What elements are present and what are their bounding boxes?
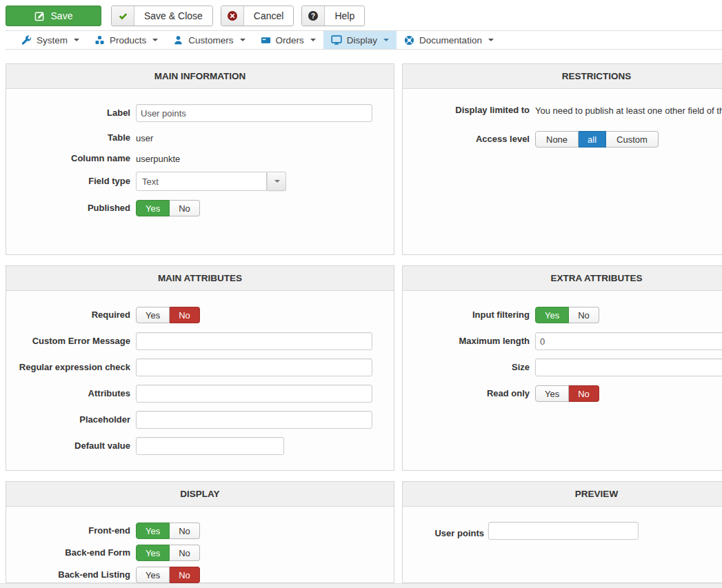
- size-input[interactable]: [535, 358, 722, 376]
- help-button[interactable]: ? Help: [301, 6, 365, 26]
- label-field-label: Label: [14, 107, 136, 119]
- chevron-down-icon: [152, 39, 158, 41]
- placeholder-input[interactable]: [136, 411, 372, 429]
- custom-error-message-input[interactable]: [136, 332, 372, 350]
- menu-item-label: System: [37, 35, 68, 45]
- front-end-no-button[interactable]: No: [170, 523, 200, 539]
- read-only-yes-button[interactable]: Yes: [535, 385, 569, 402]
- pencil-square-icon: [34, 11, 45, 21]
- save-button[interactable]: Save: [6, 6, 101, 26]
- label-input[interactable]: [136, 104, 372, 122]
- content-area: MAIN INFORMATION Label Table user Column…: [0, 50, 722, 583]
- menu-item-label: Products: [110, 35, 146, 45]
- input-filtering-label: Input filtering: [411, 309, 535, 321]
- field-type-select[interactable]: Text: [136, 172, 286, 191]
- front-end-toggle: Yes No: [136, 523, 200, 539]
- maximum-length-label: Maximum length: [411, 335, 535, 347]
- menu-item-label: Customers: [188, 35, 233, 45]
- custom-error-message-label: Custom Error Message: [14, 335, 136, 347]
- menu-item-documentation[interactable]: Documentation: [397, 31, 501, 49]
- save-close-button-label: Save & Close: [134, 6, 212, 26]
- read-only-no-button[interactable]: No: [569, 385, 599, 402]
- lifebuoy-icon: [404, 35, 414, 45]
- panel-display: DISPLAY Front-end Yes No Back-end Form Y…: [6, 481, 394, 583]
- menu-item-display[interactable]: Display: [323, 31, 397, 49]
- menu-item-products[interactable]: Products: [87, 31, 166, 49]
- main-menu: System Products Customers Orders Display: [6, 30, 722, 50]
- published-no-button[interactable]: No: [170, 200, 200, 216]
- panel-title: RESTRICTIONS: [403, 64, 722, 89]
- chevron-down-icon: [310, 39, 316, 41]
- required-toggle: Yes No: [136, 307, 200, 323]
- display-limited-to-label: Display limited to: [411, 104, 535, 116]
- access-level-custom-button[interactable]: Custom: [606, 131, 659, 148]
- front-end-label: Front-end: [14, 525, 136, 537]
- published-label: Published: [14, 202, 136, 214]
- panel-main-attributes: MAIN ATTRIBUTES Required Yes No Custom E…: [6, 265, 394, 471]
- access-level-none-button[interactable]: None: [535, 131, 579, 148]
- menu-item-label: Orders: [276, 35, 304, 45]
- access-level-label: Access level: [411, 133, 535, 145]
- required-label: Required: [14, 309, 136, 321]
- help-circle-icon: ?: [302, 6, 325, 26]
- bottom-strip: [0, 583, 722, 588]
- back-end-form-no-button[interactable]: No: [170, 545, 200, 561]
- save-close-button[interactable]: Save & Close: [111, 6, 213, 26]
- svg-text:?: ?: [311, 12, 315, 20]
- table-label: Table: [14, 132, 136, 144]
- cubes-icon: [94, 35, 105, 45]
- front-end-yes-button[interactable]: Yes: [136, 523, 170, 539]
- access-level-all-button[interactable]: all: [579, 131, 606, 148]
- field-type-label: Field type: [14, 175, 136, 187]
- attributes-input[interactable]: [136, 385, 372, 403]
- chevron-down-icon: [240, 39, 245, 41]
- check-icon: [112, 6, 134, 26]
- panel-title: MAIN INFORMATION: [6, 64, 394, 89]
- user-icon: [173, 35, 183, 45]
- field-type-value: Text: [136, 172, 267, 191]
- field-type-dropdown-button[interactable]: [267, 172, 286, 191]
- read-only-label: Read only: [411, 387, 535, 400]
- default-value-input[interactable]: [136, 437, 284, 455]
- menu-item-label: Display: [347, 35, 377, 45]
- help-button-label: Help: [325, 6, 364, 26]
- toolbar: Save Save & Close Cancel ? Help: [0, 0, 722, 30]
- regular-expression-check-input[interactable]: [136, 358, 372, 376]
- input-filtering-yes-button[interactable]: Yes: [535, 307, 569, 323]
- read-only-toggle: Yes No: [535, 385, 599, 402]
- menu-item-customers[interactable]: Customers: [166, 31, 252, 49]
- table-value: user: [136, 133, 153, 143]
- access-level-toggle: None all Custom: [535, 131, 659, 148]
- maximum-length-input[interactable]: [535, 332, 722, 350]
- cancel-button[interactable]: Cancel: [221, 6, 294, 26]
- panel-title: DISPLAY: [6, 482, 394, 507]
- back-end-listing-yes-button[interactable]: Yes: [136, 567, 170, 583]
- panel-extra-attributes: EXTRA ATTRIBUTES Input filtering Yes No …: [402, 265, 722, 471]
- column-name-label: Column name: [14, 152, 136, 165]
- display-limited-to-message: You need to publish at least one other f…: [535, 104, 722, 118]
- back-end-form-label: Back-end Form: [14, 547, 136, 559]
- back-end-listing-toggle: Yes No: [136, 567, 200, 583]
- chevron-down-icon: [74, 39, 79, 41]
- chevron-down-icon: [488, 39, 494, 41]
- chevron-down-icon: [274, 180, 280, 183]
- preview-field-input[interactable]: [488, 522, 639, 540]
- panel-preview: PREVIEW User points: [402, 481, 722, 583]
- regular-expression-check-label: Regular expression check: [14, 361, 136, 374]
- panel-main-information: MAIN INFORMATION Label Table user Column…: [6, 63, 394, 255]
- placeholder-label: Placeholder: [14, 414, 136, 426]
- panel-title: PREVIEW: [403, 482, 722, 507]
- required-yes-button[interactable]: Yes: [136, 307, 170, 323]
- menu-item-orders[interactable]: Orders: [253, 31, 323, 49]
- input-filtering-no-button[interactable]: No: [569, 307, 599, 323]
- published-yes-button[interactable]: Yes: [136, 200, 170, 216]
- cancel-button-label: Cancel: [244, 6, 294, 26]
- back-end-form-yes-button[interactable]: Yes: [136, 545, 170, 561]
- monitor-icon: [331, 34, 342, 45]
- panel-title: EXTRA ATTRIBUTES: [403, 266, 722, 291]
- required-no-button[interactable]: No: [170, 307, 200, 323]
- attributes-label: Attributes: [14, 387, 136, 400]
- back-end-listing-no-button[interactable]: No: [170, 567, 200, 583]
- menu-item-system[interactable]: System: [14, 31, 87, 49]
- input-filtering-toggle: Yes No: [535, 307, 599, 323]
